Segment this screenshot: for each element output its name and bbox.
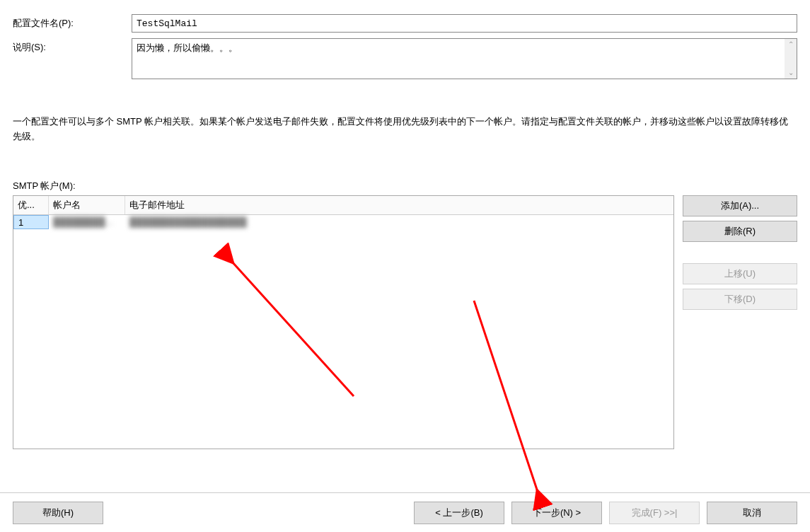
prev-button[interactable]: < 上一步(B) — [414, 502, 504, 524]
col-header-email[interactable]: 电子邮件地址 — [125, 196, 673, 214]
description-label: 说明(S): — [13, 38, 132, 54]
remove-button[interactable]: 删除(R) — [683, 221, 797, 242]
add-button[interactable]: 添加(A)... — [683, 195, 797, 216]
cell-account[interactable]: ████████... — [49, 215, 125, 229]
smtp-accounts-label: SMTP 帐户(M): — [13, 180, 797, 192]
col-header-account[interactable]: 帐户名 — [49, 196, 125, 214]
profile-name-label: 配置文件名(P): — [13, 14, 132, 30]
move-up-button: 上移(U) — [683, 263, 797, 284]
table-row[interactable]: 1 ████████... ██████████████████ — [13, 215, 673, 229]
cell-email[interactable]: ██████████████████ — [125, 215, 673, 229]
smtp-accounts-table[interactable]: 优... 帐户名 电子邮件地址 1 ████████... ██████████… — [13, 195, 674, 449]
scrollbar[interactable]: ⌃ ⌄ — [785, 39, 797, 79]
cell-priority[interactable]: 1 — [13, 215, 49, 229]
help-text: 一个配置文件可以与多个 SMTP 帐户相关联。如果某个帐户发送电子邮件失败，配置… — [13, 115, 797, 144]
help-button[interactable]: 帮助(H) — [13, 502, 103, 524]
table-header: 优... 帐户名 电子邮件地址 — [13, 196, 673, 215]
description-textarea[interactable] — [132, 39, 785, 79]
finish-button: 完成(F) >>| — [609, 502, 700, 524]
profile-name-input[interactable] — [132, 14, 797, 33]
scroll-down-icon[interactable]: ⌄ — [788, 67, 794, 79]
footer: 帮助(H) < 上一步(B) 下一步(N) > 完成(F) >>| 取消 — [0, 492, 810, 532]
next-button[interactable]: 下一步(N) > — [511, 502, 602, 524]
scroll-up-icon[interactable]: ⌃ — [788, 39, 794, 50]
cancel-button[interactable]: 取消 — [707, 502, 797, 524]
col-header-priority[interactable]: 优... — [13, 196, 49, 214]
move-down-button: 下移(D) — [683, 289, 797, 310]
